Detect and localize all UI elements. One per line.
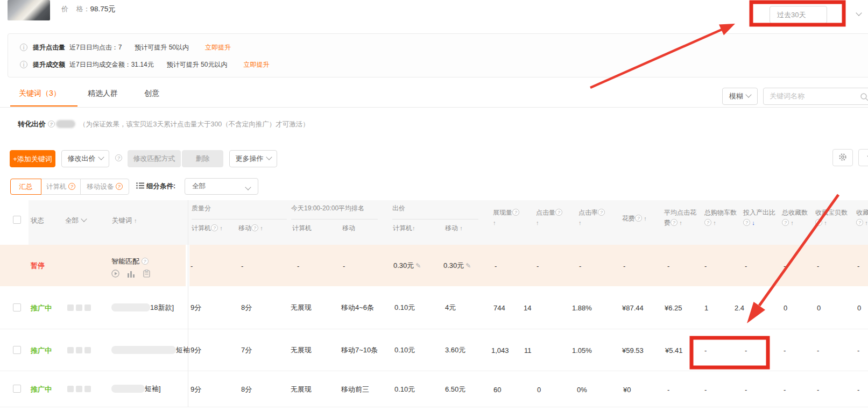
table-row-keyword[interactable]: 推广中 短袖] 9分 8分 无展现 移动前三 0.10元 6.50元 60 0 … xyxy=(0,371,868,407)
col-roi[interactable]: 投入产出比? ↓ xyxy=(743,208,775,228)
cell-bid-mobile[interactable]: 4元 xyxy=(445,303,456,313)
boost-now-link[interactable]: 立即提升 xyxy=(243,61,269,68)
row-checkbox[interactable] xyxy=(13,303,21,311)
help-icon[interactable]: ? xyxy=(815,219,822,226)
notice-estimate: 预计可提升 50元以内 xyxy=(167,61,228,68)
help-icon[interactable]: ? xyxy=(598,209,605,216)
tab-keywords[interactable]: 关键词（3） xyxy=(19,89,61,98)
sort-asc-icon[interactable]: ↑ xyxy=(865,219,868,226)
sort-asc-icon[interactable]: ↑ xyxy=(260,225,263,231)
table-row-keyword[interactable]: 推广中 短袖 9分 7分 无展现 移动7~10条 0.10元 3.60元 1,0… xyxy=(0,329,868,371)
sort-asc-icon[interactable]: ↑ xyxy=(220,225,223,231)
help-icon[interactable]: ? xyxy=(251,224,258,231)
sort-asc-icon[interactable]: ↑ xyxy=(824,219,827,226)
conversion-toggle-redacted[interactable] xyxy=(56,120,75,128)
edit-pencil-icon[interactable]: ✎ xyxy=(415,262,421,270)
help-icon[interactable]: ? xyxy=(512,209,519,216)
device-tab-summary[interactable]: 汇总 xyxy=(10,179,41,195)
cell-bid-mobile[interactable]: 6.50元 xyxy=(445,385,465,394)
edit-pencil-icon[interactable]: ✎ xyxy=(465,262,471,270)
group-quality-score: 质量分 xyxy=(192,204,211,213)
sort-asc-icon[interactable]: ↑ xyxy=(791,219,794,226)
status-filter-dropdown[interactable]: 全部 xyxy=(65,216,86,225)
row-checkbox[interactable] xyxy=(13,346,21,354)
help-icon[interactable]: ? xyxy=(635,215,642,222)
col-keyword[interactable]: 关键词 ↑ xyxy=(112,216,137,225)
row-checkbox[interactable] xyxy=(13,385,21,393)
sort-asc-icon[interactable]: ↑ xyxy=(679,219,682,226)
help-icon[interactable]: ? xyxy=(115,154,122,162)
help-icon[interactable]: ? xyxy=(142,258,149,265)
col-impressions[interactable]: 展现量?↑ xyxy=(493,208,519,228)
subdivision-select[interactable]: 全部 xyxy=(185,178,258,195)
sort-asc-icon[interactable]: ↑ xyxy=(578,219,582,226)
table-row-smart-match[interactable]: 暂停 智能匹配 ? - - - - 0.30元✎ 0.30元✎ - - - - … xyxy=(0,245,868,286)
chevron-down-icon[interactable] xyxy=(853,11,861,18)
sort-asc-icon[interactable]: ↑ xyxy=(536,219,539,226)
col-quality-mobile[interactable]: 移动? ↑ xyxy=(238,224,263,233)
help-icon[interactable]: ? xyxy=(671,219,678,226)
help-icon[interactable]: ? xyxy=(555,209,562,216)
col-avg-cpc[interactable]: 平均点击花费? ↑ xyxy=(664,208,698,228)
cell-cost: ¥59.53 xyxy=(622,346,644,355)
col-bid-pc[interactable]: 计算机↑ xyxy=(393,224,415,233)
cell-impressions: - xyxy=(495,261,497,270)
col-ctr[interactable]: 点击率?↑ xyxy=(578,208,605,228)
cell-bid-pc[interactable]: 0.10元 xyxy=(394,345,415,355)
col-favorites[interactable]: 总收藏数? ↑ xyxy=(782,208,808,228)
col-item-favorites[interactable]: 收藏宝贝数? ↑ xyxy=(815,208,848,228)
help-icon[interactable]: ? xyxy=(782,219,789,226)
add-keyword-button[interactable]: +添加关键词 xyxy=(10,150,55,167)
sort-asc-icon[interactable]: ↑ xyxy=(134,217,137,224)
sort-desc-icon[interactable]: ↓ xyxy=(752,219,755,226)
date-range-select[interactable]: 过去30天 xyxy=(770,6,827,24)
col-clicks[interactable]: 点击量?↑ xyxy=(536,208,562,228)
sort-asc-icon[interactable]: ↑ xyxy=(493,219,496,226)
col-bid-mobile[interactable]: 移动 ↑ xyxy=(445,224,463,233)
price-row: 价 格：98.75元 xyxy=(61,4,116,14)
tab-creative[interactable]: 创意 xyxy=(144,89,159,98)
clipboard-icon[interactable] xyxy=(143,270,150,278)
cell-bid-mobile[interactable]: 0.30元✎ xyxy=(443,261,471,271)
cell-bid-pc[interactable]: 0.10元 xyxy=(394,385,415,394)
sort-asc-icon[interactable]: ↑ xyxy=(713,219,716,226)
match-mode-dropdown[interactable]: 模糊 xyxy=(722,88,758,105)
play-circle-icon[interactable] xyxy=(111,270,119,278)
cell-quality-mobile: - xyxy=(241,261,243,270)
redacted-icon xyxy=(76,304,82,311)
boost-now-link[interactable]: 立即提升 xyxy=(205,44,231,51)
sort-asc-icon[interactable]: ↑ xyxy=(460,225,463,231)
help-icon[interactable]: ? xyxy=(211,224,218,231)
sort-asc-icon[interactable]: ↑ xyxy=(412,225,415,231)
table-row-keyword[interactable]: 推广中 18新款] 9分 8分 无展现 移动4~6条 0.10元 4元 744 … xyxy=(0,286,868,329)
collapse-button[interactable] xyxy=(858,149,868,166)
help-icon[interactable]: ? xyxy=(743,219,750,226)
delete-button[interactable]: 删除 xyxy=(182,150,223,167)
cell-roi: 2.4 xyxy=(735,304,744,312)
device-tab-mobile[interactable]: 移动设备 ? xyxy=(80,179,129,195)
cell-bid-pc[interactable]: 0.10元 xyxy=(394,303,415,313)
col-collect-cut[interactable]: 收藏? ↑ xyxy=(856,208,868,228)
search-icon[interactable] xyxy=(860,93,868,101)
cell-carts: - xyxy=(704,261,707,270)
cell-bid-mobile[interactable]: 3.60元 xyxy=(445,345,465,355)
col-cost[interactable]: 花费? ↑ xyxy=(622,214,647,223)
keyword-search-input[interactable]: 关键词名称 xyxy=(763,88,868,105)
price-value: 98.75元 xyxy=(90,5,115,13)
settings-button[interactable] xyxy=(832,149,853,166)
device-tab-pc[interactable]: 计算机 ? xyxy=(41,179,81,195)
select-all-checkbox[interactable] xyxy=(13,216,21,224)
modify-bid-button[interactable]: 修改出价 xyxy=(61,150,109,167)
help-icon[interactable]: ? xyxy=(856,219,863,226)
tab-audience[interactable]: 精选人群 xyxy=(88,89,118,98)
sort-asc-icon[interactable]: ↑ xyxy=(644,215,647,222)
group-divider xyxy=(291,219,378,219)
modify-match-button[interactable]: 修改匹配方式 xyxy=(128,150,181,167)
help-icon[interactable]: ? xyxy=(48,121,55,127)
help-icon[interactable]: ? xyxy=(704,219,711,226)
bar-chart-icon[interactable] xyxy=(127,270,135,278)
cell-bid-pc[interactable]: 0.30元✎ xyxy=(393,261,421,271)
col-quality-pc[interactable]: 计算机? ↑ xyxy=(192,224,223,233)
more-actions-button[interactable]: 更多操作 xyxy=(229,150,277,167)
col-carts[interactable]: 总购物车数? ↑ xyxy=(704,208,737,228)
